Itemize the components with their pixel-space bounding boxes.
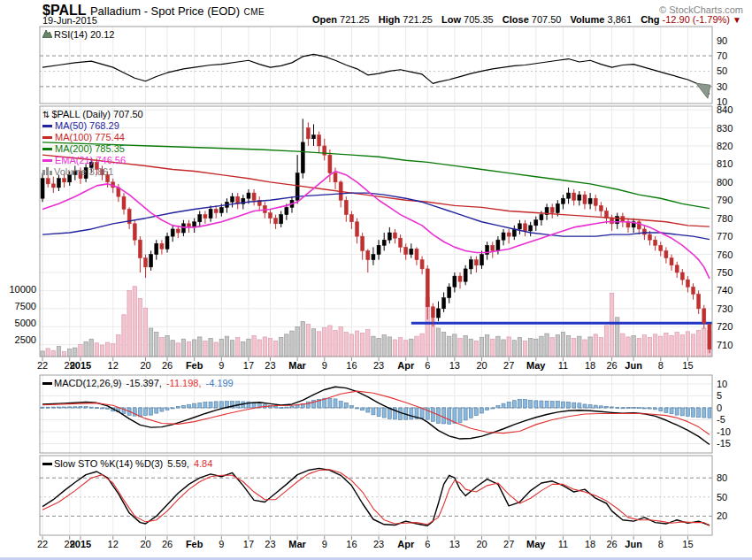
svg-text:50: 50 <box>717 492 727 502</box>
svg-text:770: 770 <box>717 231 733 242</box>
svg-text:90: 90 <box>717 35 727 46</box>
svg-text:15: 15 <box>682 360 693 371</box>
svg-text:11: 11 <box>558 360 568 371</box>
svg-text:20: 20 <box>140 539 150 549</box>
svg-text:710: 710 <box>717 340 733 350</box>
svg-text:760: 760 <box>717 249 733 260</box>
svg-text:5: 5 <box>717 390 722 401</box>
svg-text:Apr: Apr <box>397 360 415 371</box>
svg-text:8: 8 <box>658 539 664 549</box>
svg-text:May: May <box>526 360 546 371</box>
svg-text:2500: 2500 <box>15 334 36 345</box>
svg-text:2015: 2015 <box>70 360 91 371</box>
svg-text:Jun: Jun <box>625 360 642 371</box>
svg-text:Feb: Feb <box>186 539 203 549</box>
stockcharts-chart: $PALL Palladium - Spot Price (EOD) CME ©… <box>0 0 752 560</box>
price-legend: ⇅$PALL (Daily) 707.50 MA(50) 768.29 MA(1… <box>42 109 143 178</box>
svg-text:26: 26 <box>606 360 617 371</box>
ma100-swatch <box>42 136 52 139</box>
svg-text:22: 22 <box>37 539 48 549</box>
svg-text:11: 11 <box>558 539 568 549</box>
svg-text:780: 780 <box>717 213 733 224</box>
rsi-legend: RSI(14) 20.12 <box>42 29 114 41</box>
svg-text:Jun: Jun <box>625 539 642 549</box>
chart-svg: 9070503010100007500500025008408308208108… <box>0 0 752 560</box>
svg-text:-10: -10 <box>717 426 731 437</box>
svg-text:30: 30 <box>717 81 727 92</box>
svg-text:17: 17 <box>243 539 254 549</box>
macd-value: -15.397, <box>126 378 161 388</box>
svg-text:6: 6 <box>425 539 430 549</box>
svg-text:26: 26 <box>162 360 173 371</box>
svg-text:27: 27 <box>503 360 514 371</box>
ma50-label: MA(50) 768.29 <box>55 120 119 131</box>
svg-text:20: 20 <box>476 539 487 549</box>
svg-text:720: 720 <box>717 321 733 332</box>
svg-text:80: 80 <box>717 472 727 483</box>
volume-legend-label: Volume 3,861 <box>54 166 113 177</box>
ema21-swatch <box>42 159 52 162</box>
macd-signal-value: -11.198, <box>166 378 202 388</box>
price-legend-title: $PALL (Daily) 707.50 <box>51 109 142 119</box>
svg-text:740: 740 <box>717 285 733 295</box>
svg-text:13: 13 <box>449 360 460 371</box>
svg-text:23: 23 <box>373 360 384 371</box>
svg-text:Apr: Apr <box>397 539 415 549</box>
area-chart-icon <box>42 29 52 41</box>
svg-text:20: 20 <box>717 510 727 521</box>
macd-name: MACD(12,26,9) <box>54 378 121 388</box>
sto-d-value: 4.84 <box>194 458 212 469</box>
rsi-legend-label: RSI(14) 20.12 <box>54 29 114 40</box>
ma100-label: MA(100) 775.44 <box>55 132 125 142</box>
svg-text:7500: 7500 <box>15 301 36 311</box>
svg-text:23: 23 <box>373 539 384 549</box>
svg-text:820: 820 <box>717 141 733 151</box>
volume-bars-icon <box>42 166 52 178</box>
svg-text:6: 6 <box>425 360 430 371</box>
svg-text:750: 750 <box>717 267 733 278</box>
ma200-swatch <box>42 148 52 150</box>
svg-text:22: 22 <box>37 360 48 371</box>
svg-text:790: 790 <box>717 195 733 205</box>
svg-text:23: 23 <box>265 360 275 371</box>
svg-text:May: May <box>526 539 546 549</box>
svg-text:830: 830 <box>717 123 733 134</box>
svg-text:9: 9 <box>219 539 224 549</box>
svg-text:810: 810 <box>717 158 733 169</box>
svg-text:Mar: Mar <box>288 539 306 549</box>
sto-legend: Slow STO %K(14) %D(3) 5.59, 4.84 <box>42 458 214 470</box>
svg-text:-5: -5 <box>717 414 725 425</box>
svg-text:-15: -15 <box>717 438 731 449</box>
svg-text:27: 27 <box>503 539 514 549</box>
svg-text:20: 20 <box>140 360 150 371</box>
svg-text:5000: 5000 <box>15 318 36 328</box>
svg-text:Mar: Mar <box>288 360 306 371</box>
svg-text:26: 26 <box>606 539 617 549</box>
svg-text:8: 8 <box>658 360 664 371</box>
updown-arrows-icon: ⇅ <box>42 109 50 120</box>
svg-text:18: 18 <box>585 360 595 371</box>
svg-text:12: 12 <box>108 360 119 371</box>
ma200-label: MA(200) 785.35 <box>55 143 125 154</box>
svg-text:12: 12 <box>108 539 119 549</box>
ema21-label: EMA(21) 746.56 <box>55 155 126 165</box>
ma50-swatch <box>42 125 52 127</box>
svg-text:13: 13 <box>449 539 460 549</box>
svg-text:9: 9 <box>219 360 224 371</box>
svg-text:0: 0 <box>717 403 722 413</box>
svg-text:10000: 10000 <box>9 284 36 295</box>
svg-text:70: 70 <box>717 50 727 61</box>
svg-text:Feb: Feb <box>186 360 203 371</box>
svg-text:840: 840 <box>717 104 733 115</box>
svg-text:9: 9 <box>322 539 327 549</box>
svg-text:17: 17 <box>243 360 254 371</box>
svg-text:23: 23 <box>265 539 275 549</box>
svg-text:800: 800 <box>717 177 733 188</box>
sto-k-value: 5.59, <box>167 458 188 469</box>
sto-name: Slow STO %K(14) %D(3) <box>54 458 163 469</box>
macd-swatch <box>42 382 52 385</box>
svg-text:15: 15 <box>682 539 693 549</box>
svg-text:16: 16 <box>346 360 357 371</box>
svg-text:2015: 2015 <box>70 539 91 549</box>
macd-hist-value: -4.199 <box>206 378 234 388</box>
